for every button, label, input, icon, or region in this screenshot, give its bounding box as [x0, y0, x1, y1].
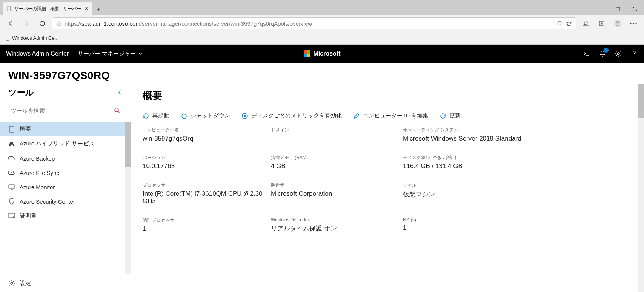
favorites-list-icon[interactable] [580, 17, 592, 29]
shutdown-button[interactable]: シャットダウン [181, 112, 230, 119]
main-panel: 概要 再起動 シャットダウン ディスクごとのメトリックを有効化 コンピューター … [131, 84, 644, 292]
bookmark-bar: Windows Admin Ce... [0, 32, 644, 45]
bookmark-item[interactable]: Windows Admin Ce... [5, 35, 59, 41]
zoom-icon[interactable] [557, 20, 563, 26]
svg-rect-17 [6, 36, 9, 40]
svg-point-31 [242, 113, 247, 119]
field-value: 116.4 GB / 131.4 GB [403, 162, 633, 170]
sidebar-item-azure-security[interactable]: Azure Security Center [0, 194, 131, 209]
tools-header: ツール [0, 84, 131, 104]
sidebar-item-azure-monitor[interactable]: Azure Monitor [0, 180, 131, 194]
svg-point-6 [558, 21, 561, 25]
window-close-button[interactable] [627, 3, 644, 15]
sidebar-item-settings[interactable]: 設定 [0, 274, 131, 292]
field-label: 搭載メモリ (RAM) [271, 154, 403, 161]
cmd-label: コンピューター ID を編集 [363, 112, 428, 119]
cloud-shell-icon[interactable] [583, 50, 590, 57]
field-value: - [271, 135, 403, 142]
sidebar-item-certificates[interactable]: 証明書 [0, 209, 131, 223]
sidebar-item-azure-backup[interactable]: Azure Backup [0, 151, 131, 165]
shield-icon [8, 198, 15, 205]
new-tab-button[interactable]: ＋ [92, 3, 105, 15]
svg-line-7 [561, 25, 563, 26]
search-icon [114, 107, 120, 113]
field-label: モデル [403, 182, 633, 188]
tool-search-input[interactable] [11, 107, 114, 114]
sidebar-item-azure-file-sync[interactable]: Azure File Sync [0, 165, 131, 180]
refresh-button[interactable]: 更新 [440, 112, 461, 119]
sidebar: ツール 概要 Azure ハイブリッド サービス [0, 84, 131, 292]
sidebar-item-label: Azure ハイブリッド サービス [20, 140, 94, 147]
notifications-icon[interactable]: 1 [599, 50, 606, 57]
field-os: オペレーティング システムMicrosoft Windows Server 20… [403, 127, 633, 142]
svg-point-16 [635, 23, 636, 24]
field-processor: プロセッサIntel(R) Core(TM) i7-3610QM CPU @2.… [143, 182, 271, 205]
field-value: 仮想マシン [403, 190, 633, 199]
field-nics: NIC(s)1 [403, 217, 633, 233]
url-text: https://sea-adm1.contoso.com/servermanag… [65, 20, 554, 27]
notification-badge: 1 [604, 48, 609, 53]
azure-icon [8, 141, 15, 147]
collapse-sidebar-button[interactable] [117, 90, 123, 95]
page: WIN-3597G7QS0RQ ツール 概要 Az [0, 63, 644, 292]
svg-rect-5 [57, 23, 60, 25]
main-scrollbar[interactable] [638, 84, 644, 292]
cmd-label: 更新 [449, 112, 461, 119]
tab-close-button[interactable]: ✕ [84, 6, 89, 12]
context-dropdown[interactable]: サーバー マネージャー [78, 50, 143, 57]
sidebar-item-overview[interactable]: 概要 [0, 122, 131, 136]
sidebar-footer: 設定 [0, 274, 131, 292]
sidebar-item-label: Azure Backup [20, 155, 55, 162]
profile-avatar[interactable] [612, 17, 624, 29]
field-value: win-3597g7qsOrq [143, 135, 271, 142]
device-icon [8, 126, 15, 133]
product-name[interactable]: Windows Admin Center [6, 50, 69, 57]
field-label: ディスク領域 (空き / 合計) [403, 154, 633, 161]
field-label: ドメイン [271, 127, 403, 133]
svg-rect-0 [8, 6, 11, 11]
field-model: モデル仮想マシン [403, 182, 633, 205]
ms-logo-label: Microsoft [314, 50, 341, 57]
browser-menu-button[interactable] [627, 17, 639, 29]
cmd-label: シャットダウン [191, 112, 230, 119]
tool-search[interactable] [7, 104, 124, 117]
window-minimize-button[interactable] [592, 3, 609, 15]
app-header: Windows Admin Center サーバー マネージャー Microso… [0, 45, 644, 63]
url-box[interactable]: https://sea-adm1.contoso.com/servermanag… [52, 17, 576, 29]
svg-line-22 [118, 111, 120, 113]
svg-point-19 [617, 53, 619, 55]
nav-refresh-button[interactable] [36, 17, 48, 29]
info-grid: コンピューター名win-3597g7qsOrq ドメイン- オペレーティング シ… [143, 127, 633, 233]
sidebar-scroll-thumb[interactable] [125, 122, 131, 167]
edit-icon [353, 113, 360, 119]
sidebar-item-label: Azure File Sync [20, 170, 59, 176]
nav-forward-button[interactable] [20, 17, 32, 29]
tab-title: サーバーの詳細 - 概要 - サーバー [14, 6, 81, 12]
svg-point-15 [633, 23, 634, 24]
svg-rect-23 [9, 126, 14, 132]
collections-icon[interactable] [596, 17, 608, 29]
cmd-label: 再起動 [152, 112, 169, 119]
window-maximize-button[interactable] [609, 3, 627, 15]
sidebar-scrollbar[interactable] [125, 122, 131, 274]
field-value: 1 [403, 224, 633, 232]
favorite-star-icon[interactable] [566, 20, 572, 26]
edit-computer-id-button[interactable]: コンピューター ID を編集 [353, 112, 428, 119]
sidebar-item-label: 概要 [20, 125, 31, 133]
field-defender: Windows Defenderリアルタイム保護:オン [271, 217, 403, 233]
settings-gear-icon[interactable] [615, 50, 622, 57]
field-label: NIC(s) [403, 217, 633, 222]
restart-button[interactable]: 再起動 [143, 112, 169, 119]
field-label: プロセッサ [143, 182, 271, 188]
certificate-icon [8, 213, 15, 219]
browser-chrome: サーバーの詳細 - 概要 - サーバー ✕ ＋ https://sea-adm1… [0, 0, 644, 45]
main-scroll-thumb[interactable] [638, 84, 644, 118]
field-manufacturer: 製造元Microsoft Corporation [271, 182, 403, 205]
help-icon[interactable] [630, 50, 638, 57]
browser-tab[interactable]: サーバーの詳細 - 概要 - サーバー ✕ [3, 2, 92, 15]
bookmark-label: Windows Admin Ce... [12, 35, 59, 41]
disk-metrics-button[interactable]: ディスクごとのメトリックを有効化 [241, 112, 342, 119]
nav-back-button[interactable] [5, 17, 17, 29]
sidebar-item-azure-hybrid[interactable]: Azure ハイブリッド サービス [0, 136, 131, 151]
chevron-down-icon [138, 51, 143, 56]
